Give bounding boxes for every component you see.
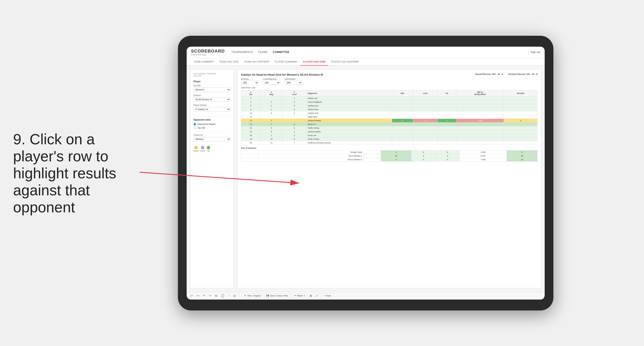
- division-label: Division: [194, 94, 230, 97]
- table-row[interactable]: 613Sydney Kuo: [241, 104, 538, 108]
- sidebar-panel: Last Updated: 27/03/2024 16:55:28 Player…: [190, 69, 234, 288]
- annotation-text: 9. Click on a player's row to highlight …: [13, 130, 122, 216]
- minus-button[interactable]: −: [227, 294, 230, 298]
- legend-dot-down: [194, 146, 198, 149]
- colour-by-label: Colour by: [194, 134, 230, 136]
- share-button[interactable]: ↗ Share: [321, 294, 333, 298]
- table-row[interactable]: 1585Stella Cheng: [241, 126, 538, 130]
- table-row[interactable]: 1474Eunice Yi: [241, 122, 538, 126]
- table-row[interactable]: 1691Jessica Mason: [241, 130, 538, 133]
- tab-player-h2h-heatmap[interactable]: PLAYER H2H HEATMAP: [328, 58, 362, 66]
- opponent-filter-select[interactable]: (All): [285, 81, 302, 85]
- col-header-conf: # Conf: [282, 90, 306, 96]
- sign-out-link[interactable]: Sign out: [531, 51, 540, 54]
- player-rank-label: Player (Rank): [194, 104, 230, 106]
- region-filter-select[interactable]: (All): [241, 81, 258, 85]
- logo: SCOREBOARD: [191, 49, 225, 54]
- table-header-row: # Div # Reg # Conf Opponent Win Loss Tie…: [241, 90, 538, 96]
- table-row[interactable]: 1822Euna Lee: [241, 133, 538, 137]
- legend: Down Level Up: [194, 146, 230, 152]
- table-row[interactable]: 522Alexis Sudjianto: [241, 100, 538, 104]
- table-row[interactable]: 31Esther Lee: [241, 96, 538, 100]
- division-record: Division Record: 331 - 34 - 6: [508, 73, 538, 75]
- gender-select[interactable]: Women's: [194, 87, 230, 92]
- grid-records: Overall Record: 353 - 34 - 6 Division Re…: [475, 73, 538, 75]
- col-header-diff: Diff AvStrokes/Rnd: [456, 90, 504, 96]
- radio-opponents-played[interactable]: Opponents Played: [194, 123, 230, 126]
- table-row[interactable]: 12Haeji Hyun: [241, 115, 538, 119]
- out-of-division-table: Foreign Team1004.5002NAIA Division 11500…: [241, 150, 538, 162]
- tab-team-summary[interactable]: TEAM SUMMARY: [191, 58, 216, 66]
- bottom-toolbar: ↩ ↪ ↷ ✂ ⧉ 📋 − ◎ 👁 View: Original 💾 Save …: [187, 292, 545, 300]
- filter-group-opponent: Opponent (All): [285, 78, 302, 85]
- overall-record: Overall Record: 353 - 34 - 6: [475, 73, 503, 75]
- filter-area: Region (All) Conference (All) Opponent: [241, 78, 538, 85]
- col-header-tie: Tie: [438, 90, 456, 96]
- table-row[interactable]: 131Jessica Huang010-3.002: [241, 119, 538, 122]
- col-header-win: Win: [392, 90, 413, 96]
- save-custom-button[interactable]: 💾 Save Custom View: [264, 294, 290, 298]
- radio-top100[interactable]: Top 100: [194, 127, 230, 129]
- watch-icon: 👁: [294, 295, 296, 297]
- player-rank-select[interactable]: 8. Katelyn Vo: [194, 107, 230, 112]
- top-nav: SCOREBOARD Powered by clippi TOURNAMENTS…: [187, 47, 545, 58]
- scissors-button[interactable]: ✂: [208, 294, 212, 298]
- expand-button[interactable]: ⤢: [315, 294, 319, 298]
- paste-button[interactable]: 📋: [220, 294, 225, 298]
- legend-down: Down: [194, 146, 198, 152]
- filter-group-conference: Conference (All): [263, 78, 280, 85]
- table-row[interactable]: 20117Federica Domecq Lacroze: [241, 141, 538, 145]
- last-updated: Last Updated: 27/03/2024 16:55:28: [194, 73, 230, 77]
- out-table-row[interactable]: Foreign Team1004.5002: [241, 150, 538, 154]
- content-panel: Katelyn Vo Head-to-Head Grid for Women's…: [237, 69, 541, 288]
- legend-level: Level: [200, 146, 205, 152]
- main-content: Last Updated: 27/03/2024 16:55:28 Player…: [187, 66, 545, 292]
- main-grid-table: # Div # Reg # Conf Opponent Win Loss Tie…: [241, 90, 538, 145]
- col-header-opponent: Opponent: [306, 90, 392, 96]
- watch-button[interactable]: 👁 Watch ▾: [292, 294, 307, 298]
- circle-button[interactable]: ◎: [232, 294, 237, 298]
- tab-player-summary[interactable]: PLAYER SUMMARY: [272, 58, 300, 66]
- save-icon: 💾: [266, 295, 269, 297]
- table-row[interactable]: 19106Emily Chang: [241, 137, 538, 141]
- col-header-reg: # Reg: [261, 90, 282, 96]
- share-icon: ↗: [323, 295, 324, 297]
- view-original-button[interactable]: 👁 View: Original: [242, 294, 262, 298]
- radio-group: Opponents Played Top 100: [194, 123, 230, 129]
- opponents-label: Opponents: (All): [241, 87, 538, 89]
- col-header-div: # Div: [241, 90, 261, 96]
- copy-button[interactable]: ⧉: [214, 294, 218, 298]
- out-table-row[interactable]: NCAA Division 25007.40010: [241, 158, 538, 161]
- nav-links: TOURNAMENTS TEAMS COMMITTEE: [231, 50, 528, 54]
- legend-dot-up: [207, 146, 210, 149]
- tab-team-h2h-grid[interactable]: TEAM H2H GRID: [216, 58, 242, 66]
- col-header-rounds: Rounds: [504, 90, 538, 96]
- logo-sub: Powered by clippi: [191, 54, 225, 56]
- table-row[interactable]: 1063Andrea York: [241, 111, 538, 115]
- opponent-view-title: Opponent view: [194, 118, 230, 121]
- division-select[interactable]: NCAA Division III: [194, 97, 230, 102]
- view-icon: 👁: [244, 295, 246, 297]
- tab-player-h2h-grid[interactable]: PLAYER H2H GRID: [300, 58, 328, 66]
- grid-view-button[interactable]: ⊞: [309, 294, 313, 298]
- tablet-shell: SCOREBOARD Powered by clippi TOURNAMENTS…: [178, 36, 554, 311]
- out-table-row[interactable]: NAIA Division 115009.26730: [241, 154, 538, 158]
- redo-button[interactable]: ↷: [202, 294, 206, 298]
- colour-by-select[interactable]: Win/loss: [194, 137, 230, 142]
- toolbar-divider1: [239, 294, 240, 298]
- tablet-screen: SCOREBOARD Powered by clippi TOURNAMENTS…: [187, 47, 545, 300]
- undo-button[interactable]: ↩: [190, 294, 194, 298]
- col-header-loss: Loss: [413, 90, 438, 96]
- nav-teams[interactable]: TEAMS: [258, 50, 268, 54]
- table-row[interactable]: 914Sharon Mun: [241, 108, 538, 111]
- undo2-button[interactable]: ↪: [196, 294, 200, 298]
- conference-filter-select[interactable]: (All): [263, 81, 280, 85]
- nav-tournaments[interactable]: TOURNAMENTS: [231, 50, 252, 54]
- nav-committee[interactable]: COMMITTEE: [273, 50, 290, 54]
- logo-area: SCOREBOARD Powered by clippi: [191, 49, 225, 56]
- out-of-division-label: Out of division: [241, 147, 538, 149]
- tab-team-h2h-heatmap[interactable]: TEAM H2H HEATMAP: [242, 58, 272, 66]
- sub-nav: TEAM SUMMARY TEAM H2H GRID TEAM H2H HEAT…: [187, 58, 545, 66]
- filter-group-region: Region (All): [241, 78, 258, 85]
- gender-label: Gender: [194, 84, 230, 87]
